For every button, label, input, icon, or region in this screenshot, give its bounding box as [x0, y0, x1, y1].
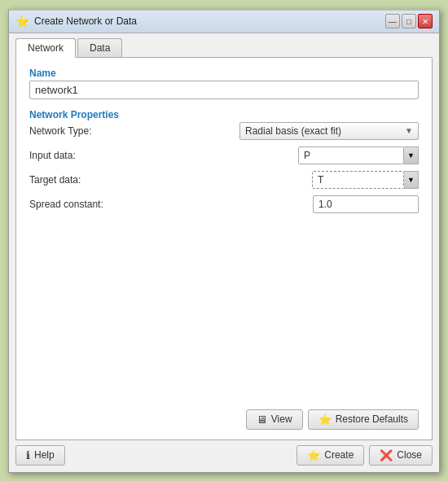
close-button[interactable]: ❌ Close [369, 445, 433, 466]
spread-constant-label: Spread constant: [29, 199, 127, 210]
name-input[interactable] [29, 81, 419, 99]
restore-defaults-icon: ⭐ [318, 413, 332, 426]
name-section-label: Name [29, 68, 419, 79]
help-label: Help [34, 449, 55, 461]
close-label: Close [397, 449, 422, 461]
properties-section: Network Properties Network Type: Radial … [29, 109, 419, 220]
help-button[interactable]: ℹ Help [15, 445, 65, 466]
create-icon: ⭐ [307, 449, 320, 461]
target-data-control: ▼ [127, 171, 419, 189]
view-label: View [271, 413, 292, 425]
network-properties-label: Network Properties [29, 109, 419, 120]
footer-left: ℹ Help [15, 445, 65, 466]
main-window: ⭐ Create Network or Data — □ ✕ Network D… [8, 9, 440, 473]
target-data-field[interactable] [312, 171, 404, 189]
minimize-button[interactable]: — [385, 14, 400, 28]
title-bar-left: ⭐ Create Network or Data [15, 15, 137, 28]
network-type-value: Radial basis (exact fit) [245, 125, 341, 137]
view-icon: 🖥 [257, 413, 267, 426]
restore-defaults-button[interactable]: ⭐ Restore Defaults [308, 409, 419, 430]
window-title: Create Network or Data [34, 15, 137, 27]
dropdown-arrow-icon: ▼ [405, 126, 413, 135]
footer: ℹ Help ⭐ Create ❌ Close [9, 440, 439, 472]
restore-button[interactable]: □ [402, 14, 416, 28]
window-icon: ⭐ [15, 15, 29, 28]
input-data-label: Input data: [29, 150, 127, 161]
tab-data[interactable]: Data [77, 38, 122, 57]
help-icon: ℹ [26, 449, 30, 461]
title-controls: — □ ✕ [385, 14, 433, 28]
network-type-dropdown[interactable]: Radial basis (exact fit) ▼ [239, 122, 419, 140]
target-data-row: Target data: ▼ [29, 171, 419, 189]
spread-constant-row: Spread constant: [29, 195, 419, 213]
content-area: Network Data Name Network Properties Net… [9, 33, 439, 440]
input-data-row: Input data: ▼ [29, 146, 419, 164]
spacer [29, 226, 419, 396]
tab-content: Name Network Properties Network Type: Ra… [15, 57, 433, 440]
network-type-control: Radial basis (exact fit) ▼ [127, 122, 419, 140]
restore-defaults-label: Restore Defaults [336, 413, 408, 425]
input-data-field[interactable] [298, 146, 404, 164]
network-type-label: Network Type: [29, 125, 127, 137]
footer-right: ⭐ Create ❌ Close [296, 445, 433, 466]
network-type-row: Network Type: Radial basis (exact fit) ▼ [29, 122, 419, 140]
title-bar: ⭐ Create Network or Data — □ ✕ [9, 11, 439, 33]
close-icon: ❌ [380, 449, 393, 461]
create-label: Create [324, 449, 354, 461]
target-data-combo: ▼ [312, 171, 419, 189]
tab-network[interactable]: Network [15, 38, 76, 58]
close-window-button[interactable]: ✕ [418, 14, 433, 28]
input-data-combo: ▼ [298, 146, 419, 164]
name-section: Name [29, 68, 419, 99]
create-button[interactable]: ⭐ Create [296, 445, 364, 466]
view-button[interactable]: 🖥 View [246, 409, 303, 430]
spread-constant-field[interactable] [313, 195, 419, 213]
tabs-row: Network Data [9, 33, 439, 57]
target-data-label: Target data: [29, 174, 127, 186]
input-data-arrow-button[interactable]: ▼ [404, 146, 419, 164]
spread-constant-control [127, 195, 419, 213]
target-data-arrow-button[interactable]: ▼ [404, 171, 419, 189]
inner-buttons-row: 🖥 View ⭐ Restore Defaults [29, 403, 419, 430]
input-data-control: ▼ [127, 146, 419, 164]
